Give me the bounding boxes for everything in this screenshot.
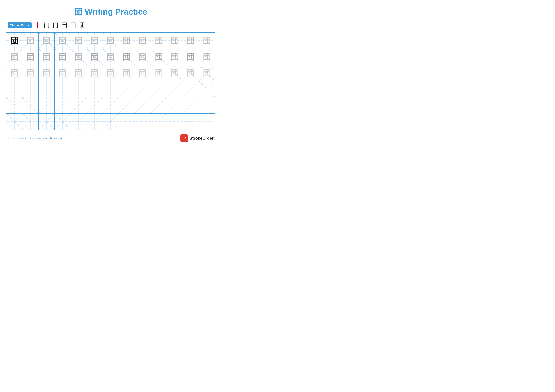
grid-cell-5-8[interactable] [119,97,135,113]
grid-cell-3-2[interactable]: 団 [22,65,38,81]
grid-cell-5-13[interactable] [199,97,215,113]
grid-cell-3-1[interactable]: 団 [7,65,22,81]
grid-cell-4-11[interactable] [167,81,183,97]
grid-cell-5-12[interactable] [183,97,199,113]
grid-cell-6-8[interactable] [119,114,135,129]
grid-cell-2-5[interactable]: 団 [71,49,87,65]
grid-cell-5-6[interactable] [87,97,103,113]
grid-cell-2-7[interactable]: 団 [103,49,119,65]
grid-cell-2-6[interactable]: 団 [87,49,103,65]
grid-cell-1-2[interactable]: 団 [22,33,38,49]
grid-cell-1-3[interactable]: 団 [39,33,55,49]
grid-cell-4-2[interactable] [22,81,38,97]
grid-cell-2-4[interactable]: 団 [55,49,71,65]
footer-url[interactable]: https://www.strokeorder.com/chinese/団 [8,136,63,140]
grid-cell-5-9[interactable] [135,97,151,113]
svg-text:字: 字 [183,136,186,140]
grid-cell-3-4[interactable]: 団 [55,65,71,81]
grid-cell-4-7[interactable] [103,81,119,97]
grid-cell-6-11[interactable] [167,114,183,129]
grid-cell-6-5[interactable] [71,114,87,129]
grid-cell-3-9[interactable]: 団 [135,65,151,81]
grid-cell-3-12[interactable]: 団 [183,65,199,81]
grid-cell-1-10[interactable]: 団 [151,33,167,49]
svg-line-117 [103,97,118,113]
grid-cell-6-10[interactable] [151,114,167,129]
grid-cell-1-1[interactable]: 団 [7,33,22,49]
brand-icon: 字 [180,134,188,142]
grid-cell-2-12[interactable]: 団 [183,49,199,65]
svg-line-131 [7,114,22,129]
grid-cell-6-7[interactable] [103,114,119,129]
grid-cell-2-8[interactable]: 団 [119,49,135,65]
grid-cell-5-5[interactable] [71,97,87,113]
grid-cell-2-1[interactable]: 団 [7,49,22,65]
grid-cell-2-3[interactable]: 団 [39,49,55,65]
grid-cell-5-1[interactable] [7,97,22,113]
grid-cell-1-9[interactable]: 団 [135,33,151,49]
svg-line-116 [103,97,118,113]
grid-cell-5-3[interactable] [39,97,55,113]
svg-line-125 [167,97,183,113]
svg-line-128 [199,97,215,113]
grid-cell-4-5[interactable] [71,81,87,97]
grid-cell-1-13[interactable]: 団 [199,33,215,49]
grid-cell-5-7[interactable] [103,97,119,113]
grid-cell-2-13[interactable]: 団 [199,49,215,65]
grid-cell-2-9[interactable]: 団 [135,49,151,65]
stroke-5: 囗 [70,21,76,29]
grid-cell-1-12[interactable]: 団 [183,33,199,49]
grid-cell-6-12[interactable] [183,114,199,129]
grid-cell-1-7[interactable]: 団 [103,33,119,49]
grid-cell-2-10[interactable]: 団 [151,49,167,65]
grid-cell-4-10[interactable] [151,81,167,97]
grid-cell-4-3[interactable] [39,81,55,97]
grid-cell-6-2[interactable] [22,114,38,129]
grid-cell-5-4[interactable] [55,97,71,113]
svg-line-141 [87,114,102,129]
svg-line-100 [183,81,199,97]
svg-line-153 [183,114,199,129]
svg-line-112 [71,97,87,113]
grid-cell-4-8[interactable] [119,81,135,97]
svg-line-86 [71,81,87,97]
grid-cell-3-3[interactable]: 団 [39,65,55,81]
svg-line-110 [55,97,70,113]
grid-cell-4-4[interactable] [55,81,71,97]
grid-cell-3-6[interactable]: 団 [87,65,103,81]
grid-cell-4-13[interactable] [199,81,215,97]
grid-cell-3-5[interactable]: 団 [71,65,87,81]
grid-cell-3-10[interactable]: 団 [151,65,167,81]
grid-cell-1-6[interactable]: 団 [87,33,103,49]
grid-cell-6-1[interactable] [7,114,22,129]
grid-cell-3-13[interactable]: 団 [199,65,215,81]
grid-cell-6-3[interactable] [39,114,55,129]
grid-cell-5-2[interactable] [22,97,38,113]
grid-cell-2-2[interactable]: 団 [22,49,38,65]
grid-cell-6-6[interactable] [87,114,103,129]
grid-cell-3-11[interactable]: 団 [167,65,183,81]
stroke-6: 団 [79,21,85,29]
grid-cell-6-13[interactable] [199,114,215,129]
grid-cell-3-7[interactable]: 団 [103,65,119,81]
grid-cell-5-11[interactable] [167,97,183,113]
grid-cell-4-6[interactable] [87,81,103,97]
grid-cell-1-8[interactable]: 団 [119,33,135,49]
grid-cell-1-5[interactable]: 団 [71,33,87,49]
grid-cell-1-4[interactable]: 団 [55,33,71,49]
practice-grid[interactable]: 団 団 団 団 [6,32,215,130]
char-faded: 団 [155,53,163,61]
grid-cell-4-12[interactable] [183,81,199,97]
grid-cell-5-10[interactable] [151,97,167,113]
grid-cell-4-9[interactable] [135,81,151,97]
grid-cell-3-8[interactable]: 団 [119,65,135,81]
char-faded: 団 [187,53,195,61]
grid-cell-1-11[interactable]: 団 [167,33,183,49]
grid-cell-4-1[interactable] [7,81,22,97]
char-faded: 団 [90,53,99,61]
grid-cell-6-4[interactable] [55,114,71,129]
char-faded: 団 [74,69,83,77]
grid-cell-6-9[interactable] [135,114,151,129]
grid-cell-2-11[interactable]: 団 [167,49,183,65]
char-faded: 団 [139,36,147,45]
